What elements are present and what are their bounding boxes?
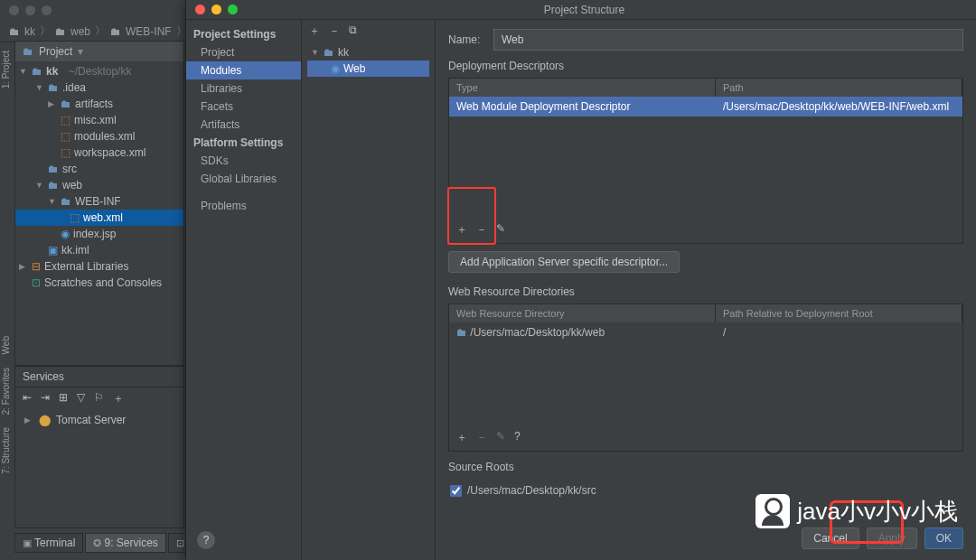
services-tool-window: Services ⇤⇥⊞▽⚐＋ ▶⬤Tomcat Server <box>14 366 184 528</box>
nav-item-problems[interactable]: Problems <box>186 197 301 215</box>
folder-icon: 🖿 <box>110 25 121 38</box>
services-header: Services <box>15 367 183 387</box>
tree-file[interactable]: ◉index.jsp <box>15 226 183 242</box>
module-item-kk[interactable]: ▼🖿kk <box>307 44 429 61</box>
tree-scratches[interactable]: ⊡Scratches and Consoles <box>15 275 183 291</box>
table-row[interactable]: Web Module Deployment Descriptor/Users/m… <box>449 97 962 117</box>
table-row[interactable]: 🖿 /Users/mac/Desktop/kk/web/ <box>449 322 962 342</box>
tree-folder-idea[interactable]: ▼🖿.idea <box>15 79 183 96</box>
tree-file[interactable]: ⬚workspace.xml <box>15 145 183 161</box>
side-tab-web[interactable]: Web <box>0 331 12 359</box>
services-item[interactable]: ▶⬤Tomcat Server <box>15 410 183 430</box>
side-tab-favorites[interactable]: 2: Favorites <box>0 362 12 420</box>
tree-file[interactable]: ⬚misc.xml <box>15 112 183 128</box>
nav-item-project[interactable]: Project <box>186 43 301 61</box>
add-icon: ＋ <box>309 23 320 39</box>
section-deployment-descriptors: Deployment Descriptors <box>448 60 963 72</box>
services-toolbar[interactable]: ⇤⇥⊞▽⚐＋ <box>15 387 183 410</box>
project-header[interactable]: 🖿Project▾ <box>15 42 183 61</box>
source-root-row[interactable]: /Users/mac/Desktop/kk/src <box>448 479 963 502</box>
edit-icon: ✎ <box>496 430 505 445</box>
tree-folder-src[interactable]: 🖿src <box>15 161 183 177</box>
tree-folder-webinf[interactable]: ▼🖿WEB-INF <box>15 193 183 210</box>
nav-item-global-libs[interactable]: Global Libraries <box>186 170 301 188</box>
bottom-tab-terminal[interactable]: ▣ Terminal <box>14 533 83 553</box>
nav-header: Project Settings <box>186 25 301 43</box>
side-tab-structure[interactable]: 7: Structure <box>0 422 12 480</box>
tree-file[interactable]: ⬚modules.xml <box>15 128 183 145</box>
edit-icon: ✎ <box>496 222 505 238</box>
copy-icon: ⧉ <box>349 23 357 39</box>
module-list: ＋－⧉ ▼🖿kk ◉Web <box>302 20 436 560</box>
tree-folder-artifacts[interactable]: ▶🖿artifacts <box>15 96 183 112</box>
web-resource-dirs-table: Web Resource DirectoryPath Relative to D… <box>448 303 963 452</box>
remove-icon: － <box>476 430 487 445</box>
name-label: Name: <box>448 33 484 46</box>
tree-external-libs[interactable]: ▶⊟External Libraries <box>15 258 183 275</box>
nav-item-sdks[interactable]: SDKs <box>186 152 301 170</box>
module-item-web[interactable]: ◉Web <box>307 61 429 77</box>
tree-file-webxml[interactable]: ⬚web.xml <box>15 210 183 226</box>
dialog-title: Project Structure <box>192 4 976 16</box>
tree-root[interactable]: ▼🖿kk ~/Desktop/kk <box>15 63 183 79</box>
section-source-roots: Source Roots <box>448 461 963 473</box>
remove-icon: － <box>329 23 340 39</box>
nav-header: Platform Settings <box>186 134 301 152</box>
bottom-tab-services[interactable]: ✪ 9: Services <box>85 533 165 553</box>
source-root-checkbox[interactable] <box>450 485 462 497</box>
help-button[interactable]: ? <box>197 531 215 549</box>
side-tab-project[interactable]: 1: Project <box>0 45 12 94</box>
tree-folder-web[interactable]: ▼🖿web <box>15 177 183 193</box>
module-details: Name: Deployment Descriptors TypePath We… <box>436 20 976 560</box>
add-icon: ＋ <box>456 430 467 445</box>
nav-item-libraries[interactable]: Libraries <box>186 79 301 98</box>
nav-item-modules[interactable]: Modules <box>186 61 301 79</box>
section-web-resource-dirs: Web Resource Directories <box>448 285 963 298</box>
annotation-highlight <box>830 500 904 544</box>
dialog-nav: Project Settings Project Modules Librari… <box>186 20 302 560</box>
tree-file[interactable]: ▣kk.iml <box>15 242 183 258</box>
deployment-descriptors-table: TypePath Web Module Deployment Descripto… <box>448 78 963 244</box>
folder-icon: 🖿 <box>55 25 66 38</box>
table-toolbar[interactable]: ＋－✎? <box>449 425 528 451</box>
folder-icon: 🖿 <box>9 25 20 38</box>
help-icon: ? <box>514 430 521 445</box>
project-structure-dialog: Project Structure Project Settings Proje… <box>185 0 976 560</box>
project-tool-window: 🖿Project▾ ▼🖿kk ~/Desktop/kk ▼🖿.idea ▶🖿ar… <box>14 41 184 366</box>
nav-item-facets[interactable]: Facets <box>186 98 301 116</box>
add-descriptor-button[interactable]: Add Application Server specific descript… <box>448 251 680 273</box>
nav-item-artifacts[interactable]: Artifacts <box>186 116 301 134</box>
name-input[interactable] <box>493 29 963 51</box>
module-toolbar[interactable]: ＋－⧉ <box>302 20 435 42</box>
annotation-highlight <box>447 187 496 245</box>
ok-button[interactable]: OK <box>924 527 963 549</box>
